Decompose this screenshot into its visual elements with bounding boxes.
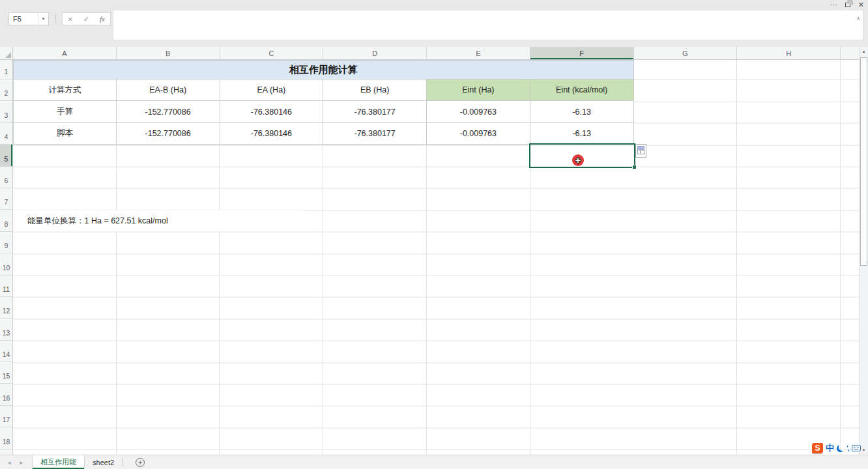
row-header-strip: 1 2 3 4 5 6 7 8 9 10 11 12 13 14 15 16 1…	[0, 60, 13, 455]
table-header-cell[interactable]: EA (Ha)	[220, 79, 324, 101]
chevron-down-icon[interactable]: ▾	[38, 13, 48, 25]
tab-separator	[122, 458, 123, 466]
row-header[interactable]: 6	[0, 167, 12, 188]
more-button[interactable]: ⋯	[830, 1, 837, 8]
column-header[interactable]: G	[634, 47, 738, 59]
insert-function-button[interactable]: fx	[100, 15, 105, 23]
row-header[interactable]: 17	[0, 406, 12, 427]
fill-handle[interactable]	[632, 165, 637, 169]
table-cell[interactable]: -76.380146	[220, 123, 324, 145]
add-sheet-button[interactable]: +	[136, 458, 145, 467]
row-header[interactable]: 9	[0, 232, 12, 253]
table-cell[interactable]: -76.380177	[323, 123, 427, 145]
row-header[interactable]: 15	[0, 362, 12, 384]
table-cell[interactable]: 手算	[13, 101, 117, 122]
table-title[interactable]: 相互作用能计算	[13, 60, 634, 79]
formula-bar-buttons: × ✓ fx	[62, 12, 111, 25]
row-header[interactable]: 4	[0, 123, 12, 145]
column-header[interactable]: A	[13, 47, 117, 59]
sogou-logo-icon[interactable]: S	[812, 443, 823, 453]
row-header[interactable]: 1	[0, 60, 12, 79]
table-header-cell[interactable]: Eint (Ha)	[427, 79, 530, 101]
row-header[interactable]: 7	[0, 188, 12, 210]
row-header[interactable]: 18	[0, 427, 12, 449]
table-cell[interactable]: -6.13	[530, 101, 634, 122]
v-scrollbar[interactable]: ▴ ▾	[859, 47, 868, 455]
v-scroll-up-icon[interactable]: ▴	[860, 47, 868, 56]
ime-toolbar: S 中 ’,	[812, 442, 861, 454]
table-cell[interactable]: -0.009763	[427, 123, 530, 145]
column-header[interactable]: E	[427, 47, 530, 59]
column-header[interactable]: H	[737, 47, 841, 59]
row-header[interactable]: 11	[0, 276, 12, 297]
table-cell[interactable]: -152.770086	[117, 101, 220, 122]
row-header[interactable]: 8	[0, 210, 12, 231]
sheet-nav-prev-icon[interactable]: ◂	[8, 459, 11, 466]
note-text[interactable]: 能量单位换算：1 Ha = 627.51 kcal/mol	[13, 210, 303, 231]
close-button[interactable]: ✕	[858, 1, 864, 8]
paste-options-icon	[637, 146, 644, 154]
row-header[interactable]: 12	[0, 297, 12, 319]
formula-input[interactable]: ∧	[113, 10, 863, 40]
table-cell[interactable]: -152.770086	[117, 123, 220, 145]
table-header-cell[interactable]: EB (Ha)	[323, 79, 427, 101]
column-header[interactable]: D	[323, 47, 427, 59]
column-header[interactable]: B	[117, 47, 220, 59]
select-all-corner[interactable]	[0, 47, 13, 59]
row-header[interactable]: 3	[0, 101, 12, 122]
cell-cursor-icon: +	[572, 154, 584, 166]
row-header-selected[interactable]: 5	[0, 145, 12, 166]
name-box[interactable]: F5 ▾	[8, 12, 49, 25]
table-header-cell[interactable]: 计算方式	[13, 79, 117, 101]
v-scroll-down-icon[interactable]: ▾	[860, 446, 868, 455]
table-cell[interactable]: -76.380146	[220, 101, 324, 122]
worksheet-grid[interactable]: 相互作用能计算 计算方式 EA-B (Ha) EA (Ha) EB (Ha) E…	[13, 60, 859, 455]
column-header-selected[interactable]: F	[530, 47, 634, 59]
paste-options-button[interactable]	[635, 144, 646, 158]
table-cell[interactable]: -6.13	[530, 123, 634, 145]
column-header-filler	[841, 47, 859, 59]
titlebar-and-formula-bar: ⋯ ✕ F5 ▾ × ✓ fx ∧	[0, 0, 868, 47]
column-header-strip: A B C D E F G H	[0, 47, 859, 60]
table-cell[interactable]: -76.380177	[323, 101, 427, 122]
sheet-tab-bar: ◂ ▸ 相互作用能 sheet2 + ◂ ▸	[0, 455, 868, 469]
row-header[interactable]: 10	[0, 253, 12, 275]
table-header-cell[interactable]: EA-B (Ha)	[117, 79, 220, 101]
ime-keyboard-icon[interactable]	[852, 445, 861, 451]
window-controls: ⋯ ✕	[830, 0, 864, 9]
cell-reference: F5	[9, 15, 38, 23]
sheet-tab[interactable]: sheet2	[85, 455, 122, 469]
sheet-nav-next-icon[interactable]: ▸	[20, 459, 23, 466]
row-header[interactable]: 14	[0, 341, 12, 362]
spreadsheet-app: ⋯ ✕ F5 ▾ × ✓ fx ∧ A B C D E F G H 1	[0, 0, 868, 469]
table-header-cell[interactable]: Eint (kcal/mol)	[530, 79, 634, 101]
row-header[interactable]: 13	[0, 319, 12, 340]
ime-punct-icon[interactable]: ’,	[846, 445, 849, 452]
v-scroll-thumb[interactable]	[860, 57, 867, 266]
formula-bar-divider	[55, 15, 56, 23]
sheet-nav-arrows: ◂ ▸	[0, 455, 32, 469]
restore-icon[interactable]	[845, 3, 850, 7]
table-cell[interactable]: -0.009763	[427, 101, 530, 122]
row-header[interactable]: 2	[0, 79, 12, 101]
collapse-formula-bar-button[interactable]: ∧	[856, 16, 860, 21]
confirm-button[interactable]: ✓	[83, 15, 89, 23]
table-cell[interactable]: 脚本	[13, 123, 117, 145]
sheet-tab-active[interactable]: 相互作用能	[32, 455, 85, 469]
ime-mode-icon[interactable]: 中	[826, 442, 834, 454]
ime-moon-icon[interactable]	[837, 445, 844, 452]
column-header[interactable]: C	[220, 47, 324, 59]
cancel-button[interactable]: ×	[68, 14, 73, 24]
row-header[interactable]: 16	[0, 384, 12, 405]
